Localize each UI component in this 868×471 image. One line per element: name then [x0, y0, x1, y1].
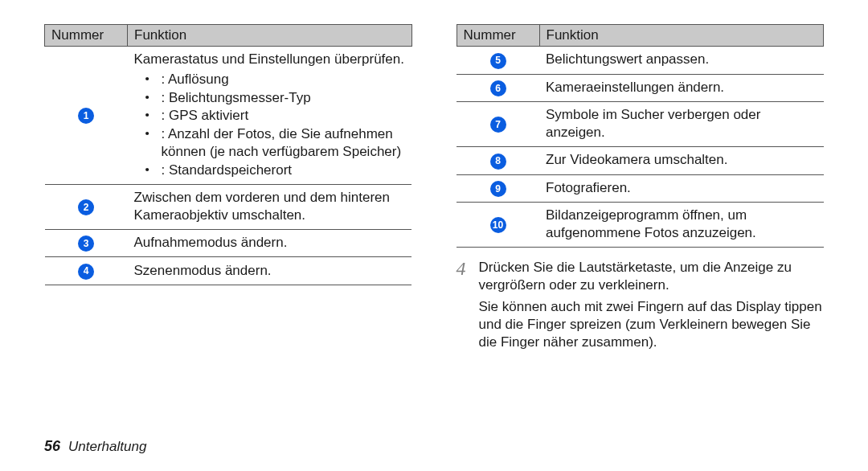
table-header-row: Nummer Funktion	[457, 25, 824, 47]
row-number-cell: 5	[457, 47, 539, 75]
table-row: 7 Symbole im Sucher verbergen oder anzei…	[457, 102, 824, 147]
number-badge: 8	[490, 154, 506, 170]
row-function-cell: Szenenmodus ändern.	[128, 257, 412, 285]
page-number: 56	[44, 438, 60, 455]
header-funktion: Funktion	[539, 25, 824, 47]
step-body: Drücken Sie die Lautstärketaste, um die …	[479, 259, 825, 356]
table-row: 4 Szenenmodus ändern.	[45, 257, 412, 285]
row-number-cell: 2	[45, 185, 128, 230]
row-number-cell: 1	[45, 47, 128, 185]
header-funktion: Funktion	[128, 25, 412, 47]
page-content: Nummer Funktion 1 Kamerastatus und Einst…	[0, 0, 868, 356]
row-number-cell: 6	[457, 74, 539, 102]
step-4: 4 Drücken Sie die Lautstärketaste, um di…	[457, 259, 825, 356]
step-paragraph: Sie können auch mit zwei Fingern auf das…	[479, 298, 825, 350]
page-footer: 56 Unterhaltung	[44, 438, 146, 455]
table-row: 10 Bildanzeigeprogramm öffnen, um aufgen…	[457, 203, 824, 248]
number-badge: 4	[78, 264, 94, 280]
right-table: Nummer Funktion 5 Belichtungswert anpass…	[457, 24, 825, 248]
number-badge: 7	[490, 117, 506, 133]
table-row: 2 Zwischen dem vorderen und dem hinteren…	[45, 185, 412, 230]
row-function-cell: Belichtungswert anpassen.	[539, 47, 824, 75]
table-row: 5 Belichtungswert anpassen.	[457, 47, 824, 75]
row-number-cell: 4	[45, 257, 128, 285]
row-function-cell: Kameraeinstellungen ändern.	[539, 74, 824, 102]
number-badge: 5	[490, 53, 506, 69]
row-function-cell: Zur Videokamera umschalten.	[539, 146, 824, 174]
table-row: 9 Fotografieren.	[457, 174, 824, 203]
bullet-item: : Auflösung	[134, 71, 406, 88]
number-badge: 2	[78, 199, 94, 215]
section-title: Unterhaltung	[68, 439, 146, 455]
row-number-cell: 3	[45, 229, 128, 257]
row1-bullets: : Auflösung : Belichtungsmesser-Typ : GP…	[134, 71, 406, 179]
row1-intro: Kamerastatus und Einstellungen überprüfe…	[134, 51, 406, 68]
number-badge: 6	[490, 80, 506, 96]
bullet-item: : GPS aktiviert	[134, 107, 406, 125]
row-function-cell: Bildanzeigeprogramm öffnen, um aufgenomm…	[539, 203, 824, 248]
table-row: 8 Zur Videokamera umschalten.	[457, 146, 824, 174]
left-column: Nummer Funktion 1 Kamerastatus und Einst…	[44, 24, 412, 356]
table-row: 6 Kameraeinstellungen ändern.	[457, 74, 824, 102]
number-badge: 10	[490, 217, 506, 233]
row-number-cell: 8	[457, 146, 539, 174]
row-function-cell: Kamerastatus und Einstellungen überprüfe…	[128, 47, 412, 185]
header-nummer: Nummer	[45, 25, 128, 47]
table-row: 3 Aufnahmemodus ändern.	[45, 229, 412, 257]
row-function-cell: Fotografieren.	[539, 174, 824, 203]
bullet-item: : Belichtungsmesser-Typ	[134, 89, 406, 107]
row-function-cell: Aufnahmemodus ändern.	[128, 229, 412, 257]
number-badge: 1	[78, 108, 94, 124]
step-number: 4	[457, 259, 471, 356]
number-badge: 3	[78, 236, 94, 252]
table-row: 1 Kamerastatus und Einstellungen überprü…	[45, 47, 412, 185]
bullet-item: : Standardspeicherort	[134, 162, 406, 179]
row-number-cell: 9	[457, 174, 539, 203]
row-number-cell: 7	[457, 102, 539, 147]
table-header-row: Nummer Funktion	[45, 25, 412, 47]
bullet-item: : Anzahl der Fotos, die Sie aufnehmen kö…	[134, 125, 406, 161]
header-nummer: Nummer	[457, 25, 539, 47]
number-badge: 9	[490, 181, 506, 197]
left-table: Nummer Funktion 1 Kamerastatus und Einst…	[44, 24, 412, 285]
step-paragraph: Drücken Sie die Lautstärketaste, um die …	[479, 259, 825, 294]
row-function-cell: Zwischen dem vorderen und dem hinteren K…	[128, 185, 412, 230]
right-column: Nummer Funktion 5 Belichtungswert anpass…	[457, 24, 825, 356]
row-number-cell: 10	[457, 203, 539, 248]
row-function-cell: Symbole im Sucher verbergen oder anzeige…	[539, 102, 824, 147]
